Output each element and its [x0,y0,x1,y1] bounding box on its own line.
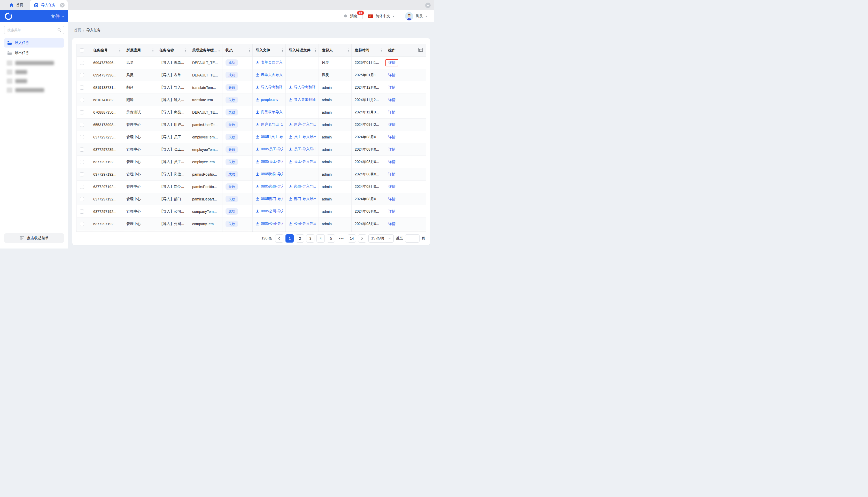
page-button-14[interactable]: 14 [348,234,356,243]
language-selector[interactable]: 简体中文 [368,14,395,18]
table-scroll-area[interactable]: 任务编号所属应用任务名称关联业务单据...状态导入文件导入错误文件发起人发起时间… [72,38,430,232]
page-button-2[interactable]: 2 [296,234,304,243]
search-icon [57,28,61,32]
column-menu-icon[interactable] [153,48,154,53]
sidebar-item-redacted[interactable] [4,85,64,95]
row-checkbox[interactable] [80,98,84,102]
collapse-menu-button[interactable]: 点击收起菜单 [4,233,64,243]
tab-close-icon[interactable] [60,3,65,8]
error-file-link[interactable]: 员工-导入导出- [289,159,316,164]
import-file-link[interactable]: 0805部门-导入 [256,197,283,201]
row-checkbox[interactable] [80,135,84,139]
column-menu-icon[interactable] [315,48,316,53]
column-menu-icon[interactable] [218,48,219,53]
row-checkbox[interactable] [80,197,84,201]
jump-to-page-input[interactable] [405,234,419,243]
detail-link[interactable]: 详情 [388,197,396,201]
column-menu-icon[interactable] [282,48,283,53]
import-file-link[interactable]: people.csv [256,98,278,102]
row-checkbox[interactable] [80,147,84,152]
sidebar-item-redacted[interactable] [4,68,64,76]
row-checkbox[interactable] [80,172,84,176]
bell-icon[interactable] [343,14,348,19]
tab-home[interactable]: 首页 [0,0,30,10]
detail-link[interactable]: 详情 [388,73,396,77]
import-file-link[interactable]: 0805岗位-导入 [256,184,283,189]
error-file-link[interactable]: 岗位-导入导出- [289,184,316,189]
page-button-4[interactable]: 4 [316,234,325,243]
cell-business-doc: translateTem... [189,94,223,106]
column-settings-icon[interactable] [418,48,423,53]
detail-link[interactable]: 详情 [388,110,396,114]
error-file-link[interactable]: 公司-导入导出- [289,222,316,226]
detail-link[interactable]: 详情 [388,222,396,226]
detail-link[interactable]: 详情 [388,209,396,213]
detail-link[interactable]: 详情 [388,172,396,176]
chevron-down-icon[interactable] [425,3,431,8]
import-file-link[interactable]: 08051员工-导 [256,134,283,139]
import-file-link[interactable]: 0805员工-导入 [256,147,283,152]
column-header-label: 状态 [226,48,233,53]
row-checkbox[interactable] [80,222,84,226]
row-checkbox[interactable] [80,61,84,65]
tab-import-tasks[interactable]: 导入任务 [30,0,68,10]
page-size-select[interactable]: 15 条/页 [368,234,394,243]
sidebar-item-redacted[interactable] [4,58,64,68]
page-button-1[interactable]: 1 [285,234,294,243]
cell-initiator: admin [319,118,352,131]
detail-link[interactable]: 详情 [388,123,396,127]
row-checkbox[interactable] [80,185,84,189]
import-file-link[interactable]: 0805公司-导入 [256,209,283,214]
row-checkbox[interactable] [80,210,84,214]
messages-button[interactable]: 消息 15 [350,14,357,18]
detail-link[interactable]: 详情 [388,60,396,65]
row-checkbox[interactable] [80,73,84,77]
sidebar-item-redacted[interactable] [4,76,64,85]
app-switcher[interactable]: 文件 [51,13,64,19]
error-file-link[interactable]: 员工-导入导出- [289,134,316,139]
column-menu-icon[interactable] [381,48,382,53]
prev-page-button[interactable] [275,234,283,243]
column-menu-icon[interactable] [119,48,120,53]
sidebar-item-import-tasks[interactable]: 导入任务 [4,38,64,47]
column-menu-icon[interactable] [185,48,186,53]
import-file-link[interactable]: 商品表单导入 ( [256,110,283,114]
next-page-button[interactable] [358,234,366,243]
error-file-link[interactable]: 导入导出翻译文 [289,85,316,90]
page-button-3[interactable]: 3 [306,234,314,243]
import-file-link[interactable]: 0805公司-导入 [256,222,283,226]
import-file-link[interactable]: 用户表导出_17 [256,122,283,127]
import-file-link[interactable]: 导入导出翻译文 [256,85,283,90]
error-file-link[interactable]: 导入导出翻译文 [289,97,316,102]
page-button-5[interactable]: 5 [327,234,335,243]
select-all-checkbox[interactable] [80,48,84,53]
row-checkbox[interactable] [80,110,84,114]
detail-link[interactable]: 详情 [388,160,396,164]
detail-link[interactable]: 详情 [388,85,396,89]
import-file-link[interactable]: 0805岗位-导入 [256,172,283,176]
detail-link[interactable]: 详情 [388,184,396,188]
import-file-link[interactable]: 表单页面导入.x [256,60,283,65]
column-menu-icon[interactable] [348,48,349,53]
error-file-link[interactable]: 用户-导入导出- [289,122,316,127]
language-label: 简体中文 [375,14,390,18]
column-menu-icon[interactable] [249,48,250,53]
sidebar-item-export-tasks[interactable]: 导出任务 [4,48,64,58]
detail-link[interactable]: 详情 [388,135,396,139]
import-file-link[interactable]: 0805员工-导入 [256,159,283,164]
cell-business-doc: companyTem... [189,218,223,230]
cell-app: 管理中心 [123,205,156,218]
breadcrumb-home[interactable]: 首页 [74,28,81,32]
row-checkbox[interactable] [80,85,84,90]
menu-search-box[interactable] [4,26,64,34]
search-input[interactable] [7,28,51,32]
user-menu[interactable]: 风灵 [405,12,427,20]
error-file-link[interactable]: 部门-导入导出- [289,197,316,201]
row-checkbox[interactable] [80,123,84,127]
app-logo-icon[interactable] [5,12,12,20]
detail-link[interactable]: 详情 [388,147,396,151]
import-file-link[interactable]: 表单页面导入.x [256,73,283,77]
detail-link[interactable]: 详情 [388,98,396,102]
row-checkbox[interactable] [80,160,84,164]
error-file-link[interactable]: 员工-导入导出- [289,147,316,152]
